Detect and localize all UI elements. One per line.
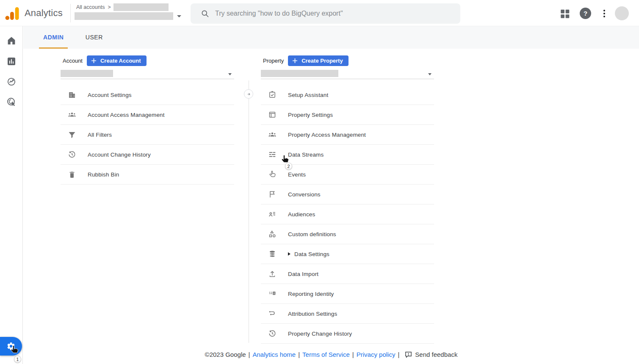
menu-item-conversions[interactable]: Conversions — [261, 185, 434, 204]
menu-item-label: Audiences — [288, 211, 315, 218]
more-options-button[interactable] — [601, 7, 608, 20]
trash-icon — [68, 170, 76, 179]
menu-item-label: Custom definitions — [288, 231, 336, 237]
header-divider — [70, 4, 71, 22]
menu-item-label: Property Settings — [288, 112, 333, 118]
expand-caret-icon[interactable] — [288, 252, 290, 256]
chevron-down-icon — [177, 15, 181, 17]
menu-item-account-access-management[interactable]: Account Access Management — [61, 105, 234, 125]
menu-item-data-settings[interactable]: Data Settings — [261, 244, 434, 264]
menu-item-data-import[interactable]: Data Import — [261, 264, 434, 284]
account-dropdown[interactable] — [61, 70, 234, 79]
menu-item-label: Account Change History — [88, 152, 151, 158]
product-name: Analytics — [25, 0, 63, 26]
menu-item-label: Account Access Management — [88, 112, 165, 118]
menu-item-property-settings[interactable]: Property Settings — [261, 105, 434, 125]
explore-icon[interactable] — [6, 77, 17, 87]
account-label: Account — [63, 58, 83, 64]
property-label: Property — [263, 58, 284, 64]
arrow-right-icon — [246, 92, 251, 97]
breadcrumb-all-accounts[interactable]: All accounts — [76, 4, 105, 10]
menu-item-audiences[interactable]: Audiences — [261, 204, 434, 224]
shapes-icon — [268, 230, 277, 238]
menu-item-all-filters[interactable]: All Filters — [61, 125, 234, 145]
property-selector-header[interactable] — [75, 12, 181, 20]
groups-icon — [268, 130, 277, 139]
active-tab-underline — [39, 47, 68, 49]
menu-item-custom-definitions[interactable]: Custom definitions — [261, 224, 434, 244]
menu-item-label: Conversions — [288, 191, 321, 198]
chevron-down-icon — [428, 73, 432, 75]
menu-item-label: Data Settings — [294, 251, 329, 257]
plus-icon — [91, 58, 97, 63]
menu-item-label: Attribution Settings — [288, 311, 337, 317]
tab-admin-label: ADMIN — [43, 34, 64, 41]
feedback-icon — [404, 350, 412, 358]
reports-icon[interactable] — [6, 56, 17, 66]
flag-icon — [268, 190, 277, 199]
streams-icon — [268, 150, 277, 159]
help-button[interactable]: ? — [580, 8, 591, 19]
account-column-header: Account Create Account — [61, 55, 234, 66]
step1-badge: 1 — [14, 356, 21, 363]
menu-item-label: Rubbish Bin — [88, 171, 119, 178]
terms-of-service-link[interactable]: Terms of Service — [302, 351, 350, 358]
menu-item-rubbish-bin[interactable]: Rubbish Bin — [61, 165, 234, 185]
collapse-column-button[interactable] — [244, 89, 253, 99]
account-menu: Account SettingsAccount Access Managemen… — [61, 85, 234, 185]
groups-icon — [68, 110, 76, 119]
column-divider — [249, 80, 249, 343]
step2-cursor-icon — [280, 154, 290, 165]
create-property-button[interactable]: Create Property — [288, 55, 349, 66]
menu-item-account-settings[interactable]: Account Settings — [61, 85, 234, 105]
property-dropdown[interactable] — [261, 70, 434, 79]
more-vert-icon — [603, 10, 605, 11]
history-icon — [68, 150, 76, 159]
menu-item-reporting-identity[interactable]: Reporting Identity — [261, 284, 434, 304]
tab-user[interactable]: USER — [81, 26, 107, 49]
google-apps-grid-icon[interactable] — [559, 8, 570, 19]
analytics-admin-page: Analytics All accounts > ? — [0, 0, 639, 364]
account-switcher[interactable]: All accounts > — [75, 3, 181, 20]
menu-item-property-change-history[interactable]: Property Change History — [261, 324, 434, 344]
search-input[interactable] — [215, 10, 444, 17]
menu-item-label: Account Settings — [88, 92, 132, 98]
redacted-selected-property — [261, 70, 338, 77]
redacted-selected-account — [61, 70, 113, 77]
send-feedback-link[interactable]: Send feedback — [415, 351, 457, 358]
history-icon — [268, 329, 277, 338]
redacted-property-name — [75, 12, 173, 20]
property-column: Property Create Property Setup Assistant… — [261, 55, 434, 344]
home-icon[interactable] — [6, 36, 17, 46]
menu-item-label: Property Access Management — [288, 132, 366, 138]
menu-item-label: All Filters — [88, 132, 112, 138]
privacy-policy-link[interactable]: Privacy policy — [357, 351, 396, 358]
identity-icon — [268, 290, 277, 298]
route-icon — [268, 309, 277, 318]
plus-icon — [292, 58, 298, 63]
filter-icon — [68, 130, 76, 139]
step1-cursor-icon — [9, 345, 20, 355]
advertising-icon[interactable] — [6, 97, 17, 107]
menu-item-label: Data Import — [288, 271, 318, 277]
menu-item-account-change-history[interactable]: Account Change History — [61, 145, 234, 165]
menu-item-setup-assistant[interactable]: Setup Assistant — [261, 85, 434, 105]
upload-icon — [268, 270, 277, 278]
search-icon — [201, 9, 209, 18]
create-account-button[interactable]: Create Account — [87, 55, 147, 66]
tab-admin[interactable]: ADMIN — [39, 26, 68, 49]
avatar[interactable] — [615, 6, 629, 20]
redacted-account-name — [113, 3, 169, 11]
touch-icon — [268, 170, 277, 179]
analytics-home-link[interactable]: Analytics home — [252, 351, 296, 358]
menu-item-attribution-settings[interactable]: Attribution Settings — [261, 304, 434, 324]
analytics-logo-icon[interactable] — [5, 6, 21, 22]
search-bar[interactable] — [191, 3, 460, 24]
audience-icon — [268, 210, 277, 218]
window-icon — [268, 110, 277, 119]
tab-user-label: USER — [86, 34, 103, 41]
property-menu: Setup AssistantProperty SettingsProperty… — [261, 85, 434, 344]
admin-tabbar: ADMIN USER — [23, 26, 639, 49]
account-column: Account Create Account Account SettingsA… — [61, 55, 234, 185]
menu-item-property-access-management[interactable]: Property Access Management — [261, 125, 434, 145]
